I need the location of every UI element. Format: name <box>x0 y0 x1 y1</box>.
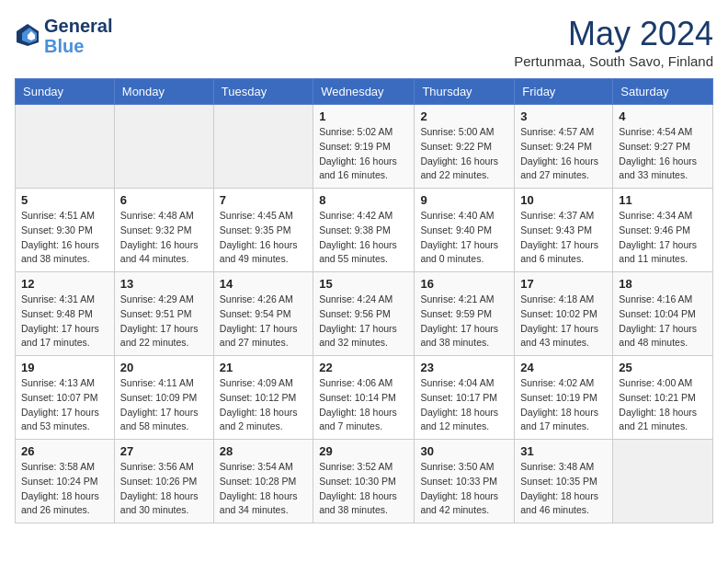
day-info: Sunrise: 4:13 AMSunset: 10:07 PMDaylight… <box>21 376 108 434</box>
calendar-cell: 20Sunrise: 4:11 AMSunset: 10:09 PMDaylig… <box>114 356 213 440</box>
day-info: Sunrise: 4:00 AMSunset: 10:21 PMDaylight… <box>619 376 707 434</box>
day-info: Sunrise: 5:00 AMSunset: 9:22 PMDaylight:… <box>420 125 508 183</box>
day-info: Sunrise: 3:50 AMSunset: 10:33 PMDaylight… <box>420 460 508 518</box>
calendar-cell: 2Sunrise: 5:00 AMSunset: 9:22 PMDaylight… <box>415 105 515 189</box>
logo-icon <box>15 22 40 48</box>
day-number: 19 <box>21 361 108 374</box>
day-info: Sunrise: 3:48 AMSunset: 10:35 PMDaylight… <box>520 460 607 518</box>
day-number: 3 <box>520 109 607 123</box>
day-info: Sunrise: 4:21 AMSunset: 9:59 PMDaylight:… <box>420 293 508 350</box>
calendar-cell: 28Sunrise: 3:54 AMSunset: 10:28 PMDaylig… <box>213 440 313 523</box>
day-number: 21 <box>220 361 307 374</box>
calendar-cell <box>213 105 313 189</box>
day-number: 5 <box>21 193 108 207</box>
day-number: 6 <box>120 193 208 207</box>
day-number: 31 <box>520 444 607 458</box>
day-number: 22 <box>319 361 408 374</box>
weekday-header-tuesday: Tuesday <box>213 79 313 105</box>
day-number: 26 <box>21 444 108 458</box>
calendar-cell: 22Sunrise: 4:06 AMSunset: 10:14 PMDaylig… <box>313 356 415 440</box>
week-row-4: 19Sunrise: 4:13 AMSunset: 10:07 PMDaylig… <box>16 356 713 440</box>
day-number: 15 <box>319 277 408 291</box>
day-number: 8 <box>319 193 408 207</box>
day-number: 13 <box>120 277 208 291</box>
calendar-cell: 19Sunrise: 4:13 AMSunset: 10:07 PMDaylig… <box>16 356 115 440</box>
day-number: 10 <box>520 193 607 207</box>
day-number: 17 <box>520 277 607 291</box>
calendar-cell: 24Sunrise: 4:02 AMSunset: 10:19 PMDaylig… <box>515 356 613 440</box>
logo-text: General Blue <box>44 15 112 55</box>
day-info: Sunrise: 4:45 AMSunset: 9:35 PMDaylight:… <box>220 209 307 267</box>
day-number: 28 <box>220 444 307 458</box>
day-number: 2 <box>420 109 508 123</box>
day-info: Sunrise: 3:58 AMSunset: 10:24 PMDaylight… <box>21 460 108 518</box>
weekday-header-row: SundayMondayTuesdayWednesdayThursdayFrid… <box>16 79 713 105</box>
week-row-5: 26Sunrise: 3:58 AMSunset: 10:24 PMDaylig… <box>16 440 713 523</box>
day-info: Sunrise: 4:57 AMSunset: 9:24 PMDaylight:… <box>520 125 607 183</box>
day-info: Sunrise: 4:24 AMSunset: 9:56 PMDaylight:… <box>319 293 408 350</box>
week-row-3: 12Sunrise: 4:31 AMSunset: 9:48 PMDayligh… <box>16 272 713 356</box>
calendar-cell: 26Sunrise: 3:58 AMSunset: 10:24 PMDaylig… <box>16 440 115 523</box>
day-info: Sunrise: 4:40 AMSunset: 9:40 PMDaylight:… <box>420 209 508 267</box>
day-number: 9 <box>420 193 508 207</box>
calendar-cell <box>613 440 713 523</box>
day-number: 29 <box>319 444 408 458</box>
calendar-table: SundayMondayTuesdayWednesdayThursdayFrid… <box>15 78 713 523</box>
calendar-cell: 10Sunrise: 4:37 AMSunset: 9:43 PMDayligh… <box>515 189 613 272</box>
day-info: Sunrise: 4:16 AMSunset: 10:04 PMDaylight… <box>619 293 707 350</box>
day-info: Sunrise: 4:51 AMSunset: 9:30 PMDaylight:… <box>21 209 108 267</box>
calendar-cell: 8Sunrise: 4:42 AMSunset: 9:38 PMDaylight… <box>313 189 415 272</box>
weekday-header-monday: Monday <box>114 79 213 105</box>
day-number: 24 <box>520 361 607 374</box>
month-title: May 2024 <box>514 15 713 53</box>
calendar-cell <box>16 105 115 189</box>
day-info: Sunrise: 3:56 AMSunset: 10:26 PMDaylight… <box>120 460 208 518</box>
day-number: 1 <box>319 109 408 123</box>
logo: General Blue <box>15 15 112 55</box>
weekday-header-sunday: Sunday <box>16 79 115 105</box>
calendar-cell: 25Sunrise: 4:00 AMSunset: 10:21 PMDaylig… <box>613 356 713 440</box>
calendar-cell: 17Sunrise: 4:18 AMSunset: 10:02 PMDaylig… <box>515 272 613 356</box>
calendar-cell: 14Sunrise: 4:26 AMSunset: 9:54 PMDayligh… <box>213 272 313 356</box>
calendar-cell: 7Sunrise: 4:45 AMSunset: 9:35 PMDaylight… <box>213 189 313 272</box>
calendar-cell: 4Sunrise: 4:54 AMSunset: 9:27 PMDaylight… <box>613 105 713 189</box>
day-number: 11 <box>619 193 707 207</box>
calendar-cell: 23Sunrise: 4:04 AMSunset: 10:17 PMDaylig… <box>415 356 515 440</box>
day-info: Sunrise: 4:48 AMSunset: 9:32 PMDaylight:… <box>120 209 208 267</box>
day-info: Sunrise: 4:26 AMSunset: 9:54 PMDaylight:… <box>220 293 307 350</box>
day-info: Sunrise: 5:02 AMSunset: 9:19 PMDaylight:… <box>319 125 408 183</box>
calendar-cell: 13Sunrise: 4:29 AMSunset: 9:51 PMDayligh… <box>114 272 213 356</box>
day-number: 20 <box>120 361 208 374</box>
day-number: 30 <box>420 444 508 458</box>
weekday-header-saturday: Saturday <box>613 79 713 105</box>
calendar-cell: 31Sunrise: 3:48 AMSunset: 10:35 PMDaylig… <box>515 440 613 523</box>
calendar-cell: 6Sunrise: 4:48 AMSunset: 9:32 PMDaylight… <box>114 189 213 272</box>
day-number: 23 <box>420 361 508 374</box>
day-info: Sunrise: 3:54 AMSunset: 10:28 PMDaylight… <box>220 460 307 518</box>
day-info: Sunrise: 4:54 AMSunset: 9:27 PMDaylight:… <box>619 125 707 183</box>
day-info: Sunrise: 4:02 AMSunset: 10:19 PMDaylight… <box>520 376 607 434</box>
day-info: Sunrise: 4:34 AMSunset: 9:46 PMDaylight:… <box>619 209 707 267</box>
day-info: Sunrise: 4:04 AMSunset: 10:17 PMDaylight… <box>420 376 508 434</box>
day-info: Sunrise: 4:11 AMSunset: 10:09 PMDaylight… <box>120 376 208 434</box>
title-block: May 2024 Pertunmaa, South Savo, Finland <box>514 15 713 69</box>
calendar-cell: 5Sunrise: 4:51 AMSunset: 9:30 PMDaylight… <box>16 189 115 272</box>
weekday-header-wednesday: Wednesday <box>313 79 415 105</box>
calendar-cell: 1Sunrise: 5:02 AMSunset: 9:19 PMDaylight… <box>313 105 415 189</box>
calendar-cell: 16Sunrise: 4:21 AMSunset: 9:59 PMDayligh… <box>415 272 515 356</box>
day-info: Sunrise: 4:37 AMSunset: 9:43 PMDaylight:… <box>520 209 607 267</box>
day-info: Sunrise: 4:06 AMSunset: 10:14 PMDaylight… <box>319 376 408 434</box>
day-number: 4 <box>619 109 707 123</box>
day-info: Sunrise: 4:18 AMSunset: 10:02 PMDaylight… <box>520 293 607 350</box>
day-info: Sunrise: 3:52 AMSunset: 10:30 PMDaylight… <box>319 460 408 518</box>
day-number: 12 <box>21 277 108 291</box>
day-number: 16 <box>420 277 508 291</box>
day-number: 14 <box>220 277 307 291</box>
day-number: 18 <box>619 277 707 291</box>
day-info: Sunrise: 4:29 AMSunset: 9:51 PMDaylight:… <box>120 293 208 350</box>
calendar-cell: 11Sunrise: 4:34 AMSunset: 9:46 PMDayligh… <box>613 189 713 272</box>
calendar-cell: 15Sunrise: 4:24 AMSunset: 9:56 PMDayligh… <box>313 272 415 356</box>
day-info: Sunrise: 4:31 AMSunset: 9:48 PMDaylight:… <box>21 293 108 350</box>
day-number: 7 <box>220 193 307 207</box>
calendar-cell: 30Sunrise: 3:50 AMSunset: 10:33 PMDaylig… <box>415 440 515 523</box>
